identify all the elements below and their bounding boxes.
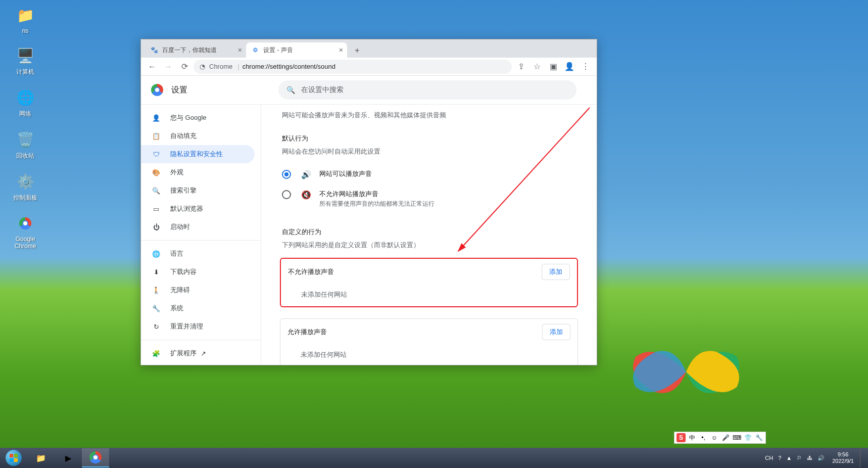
sidebar-item-languages[interactable]: 🌐语言 xyxy=(141,245,255,263)
power-icon: ⏻ xyxy=(151,223,161,231)
sidebar-item-label: 启动时 xyxy=(170,222,190,231)
content-scroll-area[interactable]: 网站可能会播放声音来为音乐、视频和其他媒体提供音频 默认行为 网站会在您访问时自… xyxy=(261,105,597,365)
sound-description: 网站可能会播放声音来为音乐、视频和其他媒体提供音频 xyxy=(282,111,578,120)
sidebar-item-on-startup[interactable]: ⏻启动时 xyxy=(141,218,255,236)
network-icon: 🌐 xyxy=(15,87,35,108)
sidebar-item-label: 扩展程序 xyxy=(170,349,197,358)
sidebar-item-system[interactable]: 🔧系统 xyxy=(141,299,255,317)
add-allowed-site-button[interactable]: 添加 xyxy=(542,324,570,340)
radio-allow-sound[interactable]: 🔊 网站可以播放声音 xyxy=(280,164,578,184)
sidebar-item-label: 默认浏览器 xyxy=(170,204,203,213)
settings-sidebar: 👤您与 Google 📋自动填充 🛡隐私设置和安全性 🎨外观 🔍搜索引擎 ▭默认… xyxy=(141,105,261,365)
settings-page: 设置 🔍 在设置中搜索 👤您与 Google 📋自动填充 🛡隐私设置和安全性 🎨… xyxy=(141,76,597,365)
tray-help-icon[interactable]: ? xyxy=(777,455,783,461)
allow-sound-empty: 未添加任何网站 xyxy=(280,345,577,365)
start-button[interactable] xyxy=(0,448,27,468)
tray-flag-icon[interactable]: ⚐ xyxy=(795,455,803,461)
settings-search-input[interactable]: 🔍 在设置中搜索 xyxy=(278,80,576,100)
desktop-icon-network[interactable]: 🌐 网络 xyxy=(5,87,45,118)
extensions-icon[interactable]: ▣ xyxy=(546,60,560,74)
svg-rect-1 xyxy=(10,454,13,457)
bookmark-icon[interactable]: ☆ xyxy=(530,60,544,74)
ime-emoji-icon[interactable]: ☺ xyxy=(710,433,719,442)
block-sound-header: 不允许播放声音 添加 xyxy=(281,259,577,285)
search-icon: 🔍 xyxy=(286,86,295,94)
tray-date-value: 2022/9/1 xyxy=(832,458,854,464)
sidebar-item-default-browser[interactable]: ▭默认浏览器 xyxy=(141,200,255,218)
desktop-icon-label: 网络 xyxy=(5,110,45,118)
svg-rect-4 xyxy=(14,458,18,462)
show-desktop-button[interactable] xyxy=(860,448,864,467)
desktop-icon-computer[interactable]: 🖥️ 计算机 xyxy=(5,45,45,76)
sidebar-item-extensions[interactable]: 🧩扩展程序↗ xyxy=(141,344,255,362)
tray-volume-icon[interactable]: 🔊 xyxy=(816,455,826,461)
sidebar-item-accessibility[interactable]: 🚶无障碍 xyxy=(141,281,255,299)
new-tab-button[interactable]: + xyxy=(350,43,364,58)
profile-icon[interactable]: 👤 xyxy=(562,60,576,74)
tray-network-icon[interactable]: 🖧 xyxy=(805,455,814,461)
sidebar-item-you-and-google[interactable]: 👤您与 Google xyxy=(141,109,255,127)
desktop-icon-control-panel[interactable]: ⚙️ 控制面板 xyxy=(5,171,45,202)
radio-label: 网站可以播放声音 xyxy=(319,169,372,178)
sogou-icon[interactable]: S xyxy=(677,433,686,442)
sidebar-item-label: 无障碍 xyxy=(170,286,190,295)
chrome-logo-icon xyxy=(151,84,163,96)
close-tab-icon[interactable]: × xyxy=(238,46,242,54)
sidebar-item-about[interactable]: ◎关于 Chrome xyxy=(141,362,255,365)
taskbar-chrome[interactable] xyxy=(82,448,109,467)
tab-baidu[interactable]: 🐾 百度一下，你就知道 × xyxy=(145,42,246,58)
tray-chevron-up-icon[interactable]: ▲ xyxy=(785,455,793,461)
ime-toolbar[interactable]: S 中 •, ☺ 🎤 ⌨ 👕 🔧 xyxy=(674,432,766,444)
gear-icon: ⚙ xyxy=(251,46,259,54)
desktop-icon-chrome[interactable]: Google Chrome xyxy=(5,213,45,250)
sidebar-item-autofill[interactable]: 📋自动填充 xyxy=(141,127,255,145)
forward-button[interactable]: → xyxy=(161,60,175,74)
sidebar-item-privacy[interactable]: 🛡隐私设置和安全性 xyxy=(141,145,255,163)
external-link-icon: ↗ xyxy=(201,350,206,357)
custom-behavior-sub: 下列网站采用的是自定义设置（而非默认设置） xyxy=(282,241,578,250)
sidebar-item-downloads[interactable]: ⬇下载内容 xyxy=(141,263,255,281)
radio-block-sound[interactable]: 🔇 不允许网站播放声音 所有需要使用声音的功能都将无法正常运行 xyxy=(280,184,578,213)
recycle-bin-icon: 🗑️ xyxy=(15,129,35,150)
tab-strip: 🐾 百度一下，你就知道 × ⚙ 设置 - 声音 × + xyxy=(141,39,597,58)
close-tab-icon[interactable]: × xyxy=(339,46,343,54)
desktop-icon-recycle-bin[interactable]: 🗑️ 回收站 xyxy=(5,129,45,160)
speaker-muted-icon: 🔇 xyxy=(301,190,311,200)
ime-voice-icon[interactable]: 🎤 xyxy=(721,433,730,442)
share-icon[interactable]: ⇪ xyxy=(514,60,528,74)
menu-icon[interactable]: ⋮ xyxy=(578,60,593,74)
ime-tool-icon[interactable]: 🔧 xyxy=(754,433,763,442)
taskbar-explorer[interactable]: 📁 xyxy=(27,448,55,467)
ime-keyboard-icon[interactable]: ⌨ xyxy=(732,433,741,442)
search-icon: 🔍 xyxy=(151,187,161,195)
sidebar-item-label: 外观 xyxy=(170,168,183,177)
tray-lang-indicator[interactable]: CH xyxy=(763,455,775,461)
address-bar[interactable]: ◔ Chrome | chrome://settings/content/sou… xyxy=(194,60,512,74)
extension-icon: 🧩 xyxy=(151,350,161,357)
sidebar-item-search-engine[interactable]: 🔍搜索引擎 xyxy=(141,181,255,200)
person-icon: 👤 xyxy=(151,114,161,122)
desktop-icon-label: ns xyxy=(5,27,45,34)
tray-clock[interactable]: 9:56 2022/9/1 xyxy=(828,451,858,464)
block-sound-section: 不允许播放声音 添加 未添加任何网站 xyxy=(280,258,578,307)
globe-icon: 🌐 xyxy=(151,250,161,258)
chrome-page-icon: ◔ xyxy=(200,63,205,70)
tab-settings-sound[interactable]: ⚙ 设置 - 声音 × xyxy=(246,42,347,58)
radio-sublabel: 所有需要使用声音的功能都将无法正常运行 xyxy=(319,200,435,208)
svg-rect-3 xyxy=(10,458,13,462)
sidebar-item-reset[interactable]: ↻重置并清理 xyxy=(141,317,255,336)
folder-icon: 📁 xyxy=(15,5,35,25)
reload-button[interactable]: ⟳ xyxy=(177,60,191,74)
add-blocked-site-button[interactable]: 添加 xyxy=(542,264,570,280)
ime-skin-icon[interactable]: 👕 xyxy=(743,433,752,442)
sidebar-item-appearance[interactable]: 🎨外观 xyxy=(141,163,255,181)
back-button[interactable]: ← xyxy=(145,60,159,74)
ime-punct-icon[interactable]: •, xyxy=(699,433,708,442)
address-origin-label: Chrome xyxy=(209,63,232,70)
sidebar-item-label: 隐私设置和安全性 xyxy=(170,150,223,159)
taskbar-media-player[interactable]: ▶ xyxy=(55,448,82,467)
tab-title: 百度一下，你就知道 xyxy=(162,46,217,55)
chrome-window: — ▢ ✕ 🐾 百度一下，你就知道 × ⚙ 设置 - 声音 × + ← → ⟳ … xyxy=(140,39,597,365)
ime-mode-button[interactable]: 中 xyxy=(688,433,697,442)
desktop-icon-ns[interactable]: 📁 ns xyxy=(5,5,45,34)
